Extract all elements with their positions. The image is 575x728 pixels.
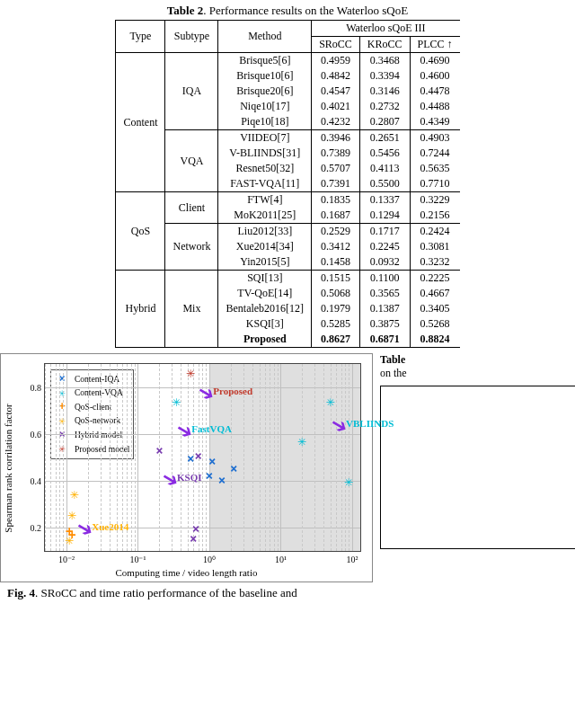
table3-fragment [380,386,575,549]
plot-area: ×Content-IQA✳Content-VQA+QoS-client✳QoS-… [44,363,361,552]
figure4-caption: Fig. 4. SRoCC and time ratio performance… [7,586,366,600]
figure4-chart: Spearman rank corrilation factor ×Conten… [0,353,373,582]
table2-caption: Table 2. Performance results on the Wate… [0,4,575,18]
table2: TypeSubtypeMethodWaterloo sQoE IIISRoCCK… [115,20,459,348]
y-axis-label: Spearman rank corrilation factor [3,404,13,532]
x-axis-label: Computing time / video length ratio [1,567,372,578]
table3-caption-fragment: Table on the [380,353,575,380]
